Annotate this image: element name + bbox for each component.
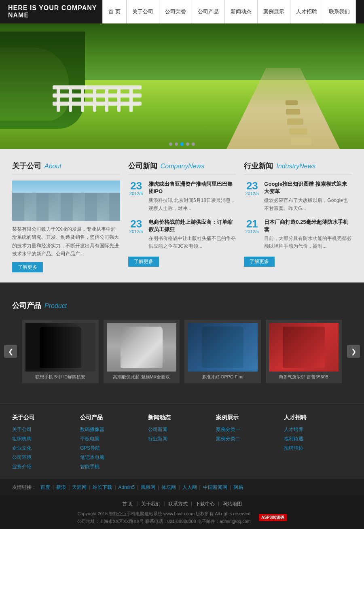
friends-sep: | bbox=[158, 484, 159, 490]
nav-cases[interactable]: 案例展示 bbox=[258, 0, 290, 23]
friends-link[interactable]: Admin5 bbox=[119, 484, 135, 490]
footer-link[interactable]: 公司环境 bbox=[12, 454, 80, 461]
banner-dot[interactable] bbox=[192, 142, 195, 146]
footer-link[interactable]: 公司新闻 bbox=[148, 426, 216, 433]
bottom-nav-sep: | bbox=[136, 501, 138, 508]
friends-link[interactable]: 网易 bbox=[233, 484, 243, 491]
news-title[interactable]: 电商价格战前赴上游供应商：订单缩假员工抓狂 bbox=[148, 219, 236, 233]
friends-link[interactable]: 天涯网 bbox=[72, 484, 87, 491]
nav-news[interactable]: 新闻动态 bbox=[225, 0, 258, 23]
footer-link[interactable]: GPS导航 bbox=[80, 445, 148, 452]
product-header: 公司产品 Product bbox=[0, 293, 364, 320]
product-title-en: Product bbox=[44, 302, 67, 310]
footer-link[interactable]: 平板电脑 bbox=[80, 435, 148, 442]
bottom-nav: 首 页|关于我们|联系方式|下载中心|网站地图 Copyright 2018 智… bbox=[0, 496, 364, 529]
news-item: 23 2012/5 电商价格战前赴上游供应商：订单缩假员工抓狂 在图书价格战中让… bbox=[128, 219, 236, 251]
product-name: 商务气质浓郁 雷普6560B bbox=[269, 374, 339, 380]
banner-dot[interactable] bbox=[169, 142, 172, 146]
bottom-nav-sep: | bbox=[191, 501, 192, 508]
nav-contact[interactable]: 联系我们 bbox=[323, 0, 356, 23]
friends-link[interactable]: 凤凰网 bbox=[141, 484, 155, 491]
friends-list: 百度|新浪|天涯网|站长下载|Admin5|凤凰网|体坛网|人人网|中国新闻网|… bbox=[40, 484, 243, 491]
about-news-row: 关于公司 About 某某有限公司致力于XX业的发展，专业从事中润滑系统的研究、… bbox=[0, 161, 364, 278]
friends-link[interactable]: 百度 bbox=[40, 484, 50, 491]
product-img bbox=[107, 323, 177, 372]
friends-link[interactable]: 新浪 bbox=[56, 484, 66, 491]
product-card[interactable]: 联想手机 5寸HD屏四核安 bbox=[22, 320, 99, 383]
product-name: 高潮般伏此起 魅族MX全新双 bbox=[107, 374, 177, 380]
footer-link[interactable]: 行业新闻 bbox=[148, 435, 216, 442]
footer-link[interactable]: 智能手机 bbox=[80, 463, 148, 470]
about-news-section: 关于公司 About 某某有限公司致力于XX业的发展，专业从事中润滑系统的研究、… bbox=[0, 149, 364, 282]
bottom-nav-link[interactable]: 首 页 bbox=[122, 501, 133, 508]
product-next-btn[interactable]: ❯ bbox=[347, 345, 360, 358]
product-card[interactable]: 商务气质浓郁 雷普6560B bbox=[266, 320, 342, 383]
company-news-more-btn[interactable]: 了解更多 bbox=[128, 257, 159, 267]
news-date-num: 23 bbox=[244, 181, 260, 191]
news-date: 23 2012/5 bbox=[244, 181, 260, 196]
nav-recruit[interactable]: 人才招聘 bbox=[290, 0, 323, 23]
news-item: 23 2012/5 雅虎或出售亚洲资产推动阿里巴巴集团IPO 新浪科技讯 北京时… bbox=[128, 181, 236, 212]
friends-link[interactable]: 站长下载 bbox=[93, 484, 112, 491]
news-date-month: 2012/5 bbox=[128, 191, 144, 196]
nav-honor[interactable]: 公司荣誉 bbox=[159, 0, 192, 23]
news-date-month: 2012/5 bbox=[128, 229, 144, 234]
friends-link[interactable]: 中国新闻网 bbox=[203, 484, 227, 491]
bottom-nav-links: 首 页|关于我们|联系方式|下载中心|网站地图 bbox=[12, 501, 352, 508]
footer-link[interactable]: 笔记本电脑 bbox=[80, 454, 148, 461]
industry-news-more-btn[interactable]: 了解更多 bbox=[244, 257, 275, 267]
footer-link[interactable]: 数码摄像器 bbox=[80, 426, 148, 433]
footer-link[interactable]: 组织机构 bbox=[12, 435, 80, 442]
friends-sep: | bbox=[53, 484, 54, 490]
nav-about[interactable]: 关于公司 bbox=[127, 0, 159, 23]
news-title[interactable]: 雅虎或出售亚洲资产推动阿里巴巴集团IPO bbox=[148, 181, 236, 195]
friends-sep: | bbox=[178, 484, 180, 490]
industry-news-title-cn: 行业新闻 bbox=[244, 161, 273, 171]
friends-link[interactable]: 体坛网 bbox=[161, 484, 176, 491]
footer-col: 公司产品数码摄像器平板电脑GPS导航笔记本电脑智能手机 bbox=[80, 414, 148, 473]
bottom-nav-sep: | bbox=[218, 501, 219, 508]
news-date: 23 2012/5 bbox=[128, 219, 144, 234]
footer-link[interactable]: 关于公司 bbox=[12, 426, 80, 433]
bottom-nav-link[interactable]: 关于我们 bbox=[141, 501, 161, 508]
product-title-cn: 公司产品 bbox=[12, 301, 41, 310]
product-card[interactable]: 高潮般伏此起 魅族MX全新双 bbox=[104, 320, 180, 383]
footer-link[interactable]: 福利待遇 bbox=[284, 435, 352, 442]
nav-home[interactable]: 首 页 bbox=[102, 0, 127, 23]
bottom-nav-link[interactable]: 网站地图 bbox=[222, 501, 242, 508]
logo-badge: ASP300源码 bbox=[259, 514, 287, 521]
industry-news-list: 23 2012/5 Google推出知识图谱 搜索模式迎来大变革 微软必应官布了… bbox=[244, 181, 352, 251]
bottom-nav-sep: | bbox=[164, 501, 165, 508]
bottom-nav-link[interactable]: 联系方式 bbox=[168, 501, 188, 508]
news-title[interactable]: Google推出知识图谱 搜索模式迎来大变革 bbox=[264, 181, 352, 195]
footer-col: 关于公司关于公司组织机构企业文化公司环境业务介绍 bbox=[12, 414, 80, 473]
friends-label: 友情链接： bbox=[12, 484, 36, 491]
footer-col: 人才招聘人才培养福利待遇招聘职位 bbox=[284, 414, 352, 473]
footer-col-title: 关于公司 bbox=[12, 414, 80, 421]
banner-dot[interactable] bbox=[175, 142, 178, 146]
friends-link[interactable]: 人人网 bbox=[182, 484, 197, 491]
friends-sep: | bbox=[230, 484, 231, 490]
banner-dot-active[interactable] bbox=[180, 142, 184, 146]
footer-col-title: 公司产品 bbox=[80, 414, 148, 421]
footer-link[interactable]: 案例分类二 bbox=[216, 435, 284, 442]
banner-dot[interactable] bbox=[186, 142, 189, 146]
product-slider: ❮ 联想手机 5寸HD屏四核安 高潮般伏此起 魅族MX全新双 多准才好 OPPO… bbox=[0, 320, 364, 383]
bottom-nav-link[interactable]: 下载中心 bbox=[195, 501, 215, 508]
footer-link[interactable]: 企业文化 bbox=[12, 445, 80, 452]
company-news-col: 公司新闻 CompanyNews 23 2012/5 雅虎或出售亚洲资产推动阿里… bbox=[128, 161, 236, 278]
footer-link[interactable]: 案例分类一 bbox=[216, 426, 284, 433]
nav-products[interactable]: 公司产品 bbox=[192, 0, 225, 23]
news-date-num: 23 bbox=[128, 181, 144, 191]
product-prev-btn[interactable]: ❮ bbox=[4, 345, 17, 358]
about-more-btn[interactable]: 了解更多 bbox=[12, 262, 43, 272]
footer-link[interactable]: 招聘职位 bbox=[284, 445, 352, 452]
footer-link[interactable]: 人才培养 bbox=[284, 426, 352, 433]
news-title[interactable]: 日本厂商打造0.25毫米超薄防水手机套 bbox=[264, 219, 352, 233]
company-name: HERE IS YOUR COMPANY NAME bbox=[8, 4, 102, 19]
product-card[interactable]: 多准才好 OPPO Find bbox=[184, 320, 261, 383]
footer-link[interactable]: 业务介绍 bbox=[12, 463, 80, 470]
footer-col-title: 新闻动态 bbox=[148, 414, 216, 421]
about-image bbox=[12, 181, 120, 221]
about-title: 关于公司 About bbox=[12, 161, 120, 174]
